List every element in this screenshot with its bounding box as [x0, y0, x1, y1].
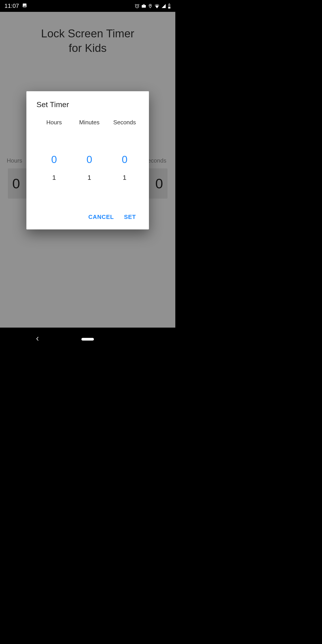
- image-icon: [22, 2, 27, 10]
- dialog-title: Set Timer: [36, 100, 142, 109]
- status-time: 11:07: [4, 2, 19, 10]
- device-frame: 11:07: [0, 0, 175, 350]
- cancel-button[interactable]: CANCEL: [88, 214, 114, 220]
- wifi-icon: [154, 4, 160, 8]
- svg-rect-2: [169, 4, 170, 4]
- seconds-below: 1: [123, 166, 126, 188]
- set-timer-dialog: Set Timer Hours Minutes Seconds 0 1 0 1 …: [26, 91, 149, 230]
- hours-picker[interactable]: 0 1: [36, 130, 72, 188]
- status-bar: 11:07: [0, 0, 175, 12]
- seconds-picker[interactable]: 0 1: [107, 130, 142, 188]
- seconds-current: 0: [122, 152, 128, 166]
- hours-below: 1: [52, 166, 56, 188]
- picker-wheels: 0 1 0 1 0 1: [36, 130, 142, 188]
- alarm-icon: [134, 4, 140, 8]
- set-button[interactable]: SET: [124, 214, 136, 220]
- location-icon: [148, 4, 152, 8]
- seconds-header: Seconds: [107, 119, 142, 126]
- minutes-picker[interactable]: 0 1: [72, 130, 107, 188]
- nav-bar: [0, 328, 175, 350]
- home-pill[interactable]: [82, 338, 94, 340]
- battery-icon: [168, 4, 171, 8]
- picker-headers: Hours Minutes Seconds: [36, 119, 142, 126]
- back-icon[interactable]: [36, 336, 39, 342]
- minutes-current: 0: [86, 152, 92, 166]
- status-right: [134, 4, 171, 8]
- status-left: 11:07: [4, 2, 27, 10]
- hours-current: 0: [51, 152, 57, 166]
- dialog-actions: CANCEL SET: [36, 210, 142, 225]
- briefcase-icon: [141, 4, 146, 8]
- minutes-below: 1: [88, 166, 91, 188]
- svg-point-1: [150, 5, 151, 6]
- minutes-header: Minutes: [72, 119, 107, 126]
- hours-header: Hours: [36, 119, 72, 126]
- svg-rect-4: [168, 7, 170, 8]
- signal-icon: [162, 4, 166, 8]
